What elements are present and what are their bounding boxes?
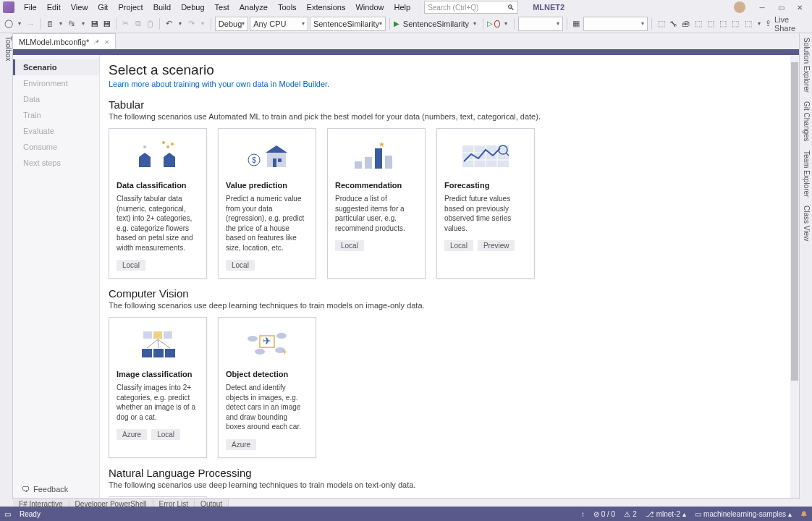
card-object-detection[interactable]: ✈✈ Object detection Detect and identify … bbox=[218, 317, 316, 458]
toolbox-tab[interactable]: Toolbox bbox=[0, 33, 13, 499]
tb-overflow[interactable]: ▾ bbox=[755, 17, 764, 30]
redo-dropdown[interactable]: ▾ bbox=[198, 17, 207, 30]
tb-8[interactable]: ⬚ bbox=[743, 17, 753, 30]
status-repo[interactable]: ▭ machinelearning-samples ▴ bbox=[695, 510, 792, 518]
card-data-classification[interactable]: Data classification Classify tabular dat… bbox=[109, 128, 207, 279]
new-project-dropdown[interactable]: ▾ bbox=[56, 17, 65, 30]
copy-button[interactable]: ⧉ bbox=[132, 17, 143, 30]
start-nodebug-button[interactable]: ▷ bbox=[487, 20, 493, 27]
image-classification-icon bbox=[117, 325, 199, 364]
status-warnings[interactable]: ⚠ 2 bbox=[624, 510, 637, 518]
class-view-tab[interactable]: Class View bbox=[800, 201, 812, 245]
svg-rect-28 bbox=[153, 331, 162, 339]
sidebar-item-nextsteps[interactable]: Next steps bbox=[13, 155, 99, 171]
menu-test[interactable]: Test bbox=[210, 1, 234, 13]
card-forecasting[interactable]: Forecasting Predict future values based … bbox=[436, 128, 535, 279]
empty-combo-2[interactable]: ▾ bbox=[583, 17, 648, 31]
user-avatar[interactable] bbox=[734, 1, 745, 13]
open-button[interactable]: 📂︎ bbox=[67, 17, 77, 30]
menu-git[interactable]: Git bbox=[93, 1, 113, 13]
nav-back-dropdown[interactable]: ▾ bbox=[15, 17, 24, 30]
svg-text:✈: ✈ bbox=[282, 348, 287, 356]
save-all-button[interactable]: 💾︎ bbox=[101, 17, 112, 30]
status-errors[interactable]: ⊘ 0 / 0 bbox=[593, 510, 615, 518]
nav-fwd-button[interactable]: → bbox=[25, 17, 36, 30]
feedback-link[interactable]: 🗨︎ Feedback bbox=[13, 479, 99, 499]
svg-point-37 bbox=[276, 333, 287, 339]
paste-button[interactable]: 📋︎ bbox=[145, 17, 156, 30]
minimize-button[interactable]: ─ bbox=[753, 1, 771, 14]
config-combo[interactable]: Debug▾ bbox=[215, 17, 248, 31]
status-notifications[interactable]: 🔔︎ bbox=[800, 510, 808, 518]
learn-more-link[interactable]: Learn more about training with your own … bbox=[109, 80, 777, 88]
undo-dropdown[interactable]: ▾ bbox=[176, 17, 185, 30]
sidebar-item-scenario[interactable]: Scenario bbox=[13, 59, 99, 75]
menu-debug[interactable]: Debug bbox=[176, 1, 209, 13]
menu-view[interactable]: View bbox=[66, 1, 93, 13]
tb-6[interactable]: ⬚ bbox=[718, 17, 729, 30]
empty-combo-1[interactable]: ▾ bbox=[518, 17, 563, 31]
open-dropdown[interactable]: ▾ bbox=[79, 17, 88, 30]
menu-help[interactable]: Help bbox=[389, 1, 416, 13]
scrollbar-thumb[interactable] bbox=[791, 62, 798, 381]
tool-button[interactable]: ▦ bbox=[571, 17, 582, 30]
git-changes-tab[interactable]: Git Changes bbox=[800, 97, 812, 146]
card-recommendation[interactable]: ★ Recommendation Produce a list of sugge… bbox=[327, 128, 426, 279]
menu-edit[interactable]: Edit bbox=[42, 1, 66, 13]
solution-explorer-tab[interactable]: Solution Explorer bbox=[800, 33, 812, 97]
svg-rect-31 bbox=[153, 349, 164, 357]
menu-analyze[interactable]: Analyze bbox=[234, 1, 273, 13]
card-image-classification[interactable]: Image classification Classify images int… bbox=[109, 317, 207, 458]
team-explorer-tab[interactable]: Team Explorer bbox=[800, 146, 812, 201]
search-input[interactable]: Search (Ctrl+Q) 🔍︎ bbox=[424, 1, 518, 14]
feedback-icon: 🗨︎ bbox=[22, 485, 30, 494]
menu-extensions[interactable]: Extensions bbox=[302, 1, 351, 13]
card-desc: Detect and identify objects in images, e… bbox=[226, 383, 308, 432]
platform-combo[interactable]: Any CPU▾ bbox=[250, 17, 308, 31]
hot-reload-button[interactable] bbox=[494, 20, 501, 27]
status-branch[interactable]: ⎇ mlnet-2 ▴ bbox=[646, 510, 686, 518]
menu-tools[interactable]: Tools bbox=[273, 1, 302, 13]
hot-reload-dropdown[interactable]: ▾ bbox=[502, 17, 510, 30]
svg-rect-32 bbox=[165, 349, 175, 357]
tb-4[interactable]: ⬚ bbox=[693, 17, 703, 30]
start-debug-button[interactable]: ▶ bbox=[394, 20, 399, 27]
card-value-prediction[interactable]: $ Value prediction Predict a numeric val… bbox=[218, 128, 316, 279]
standard-toolbar: ◯ ▾ → 📄︎ ▾ 📂︎ ▾ 💾︎ 💾︎ ✂︎ ⧉ 📋︎ ↶ ▾ ↷ ▾ De… bbox=[0, 14, 812, 33]
tb-1[interactable]: ⬚ bbox=[656, 17, 667, 30]
close-tab-button[interactable]: × bbox=[104, 38, 109, 46]
menu-file[interactable]: File bbox=[19, 1, 42, 13]
pin-icon[interactable]: 📌︎ bbox=[93, 38, 100, 46]
svg-point-6 bbox=[166, 145, 169, 148]
startup-combo[interactable]: SentenceSimilarity▾ bbox=[310, 17, 386, 31]
tb-7[interactable]: ⬚ bbox=[730, 17, 741, 30]
document-tab[interactable]: MLModel.mbconfig* 📌︎ × bbox=[13, 33, 116, 49]
menu-window[interactable]: Window bbox=[350, 1, 389, 13]
start-debug-dropdown[interactable]: ▾ bbox=[470, 17, 479, 30]
wizard-sidebar: Scenario Environment Data Train Evaluate… bbox=[13, 55, 100, 499]
undo-button[interactable]: ↶ bbox=[164, 17, 174, 30]
status-source-control[interactable]: ↕ bbox=[581, 510, 585, 518]
tb-2[interactable]: 🔧︎ bbox=[668, 17, 679, 30]
new-project-button[interactable]: 📄︎ bbox=[44, 17, 55, 30]
save-button[interactable]: 💾︎ bbox=[89, 17, 100, 30]
redo-button[interactable]: ↷ bbox=[186, 17, 197, 30]
sidebar-item-evaluate[interactable]: Evaluate bbox=[13, 123, 99, 139]
card-desc: Classify tabular data (numeric, categori… bbox=[117, 194, 199, 253]
sidebar-item-consume[interactable]: Consume bbox=[13, 139, 99, 155]
menu-build[interactable]: Build bbox=[148, 1, 176, 13]
vertical-scrollbar[interactable] bbox=[790, 55, 799, 499]
sidebar-item-train[interactable]: Train bbox=[13, 107, 99, 123]
card-title: Forecasting bbox=[444, 181, 527, 190]
tb-5[interactable]: ⬚ bbox=[706, 17, 716, 30]
menu-project[interactable]: Project bbox=[113, 1, 148, 13]
nav-back-button[interactable]: ◯ bbox=[3, 17, 14, 30]
live-share-button[interactable]: ⇪ Live Share bbox=[765, 15, 809, 33]
close-button[interactable]: ✕ bbox=[790, 1, 809, 14]
sidebar-item-environment[interactable]: Environment bbox=[13, 75, 99, 91]
maximize-button[interactable]: ▭ bbox=[771, 1, 790, 14]
sidebar-item-data[interactable]: Data bbox=[13, 91, 99, 107]
cut-button[interactable]: ✂︎ bbox=[120, 17, 131, 30]
tb-3[interactable]: 🧰︎ bbox=[680, 17, 691, 30]
start-debug-label[interactable]: SentenceSimilarity bbox=[403, 20, 469, 28]
